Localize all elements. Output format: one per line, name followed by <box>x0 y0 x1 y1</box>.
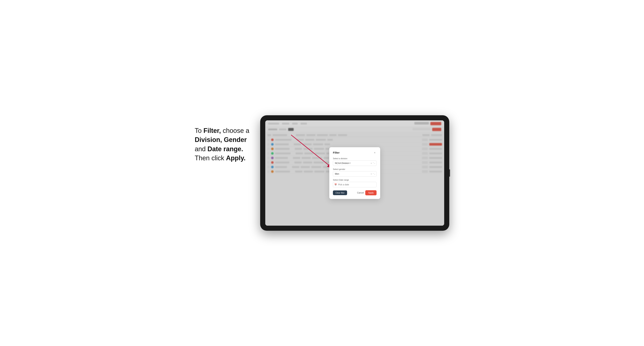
gender-form-group: Select gender Men × ⌃⌄ <box>333 168 376 177</box>
modal-footer-right: Cancel Apply <box>357 190 376 195</box>
gender-select[interactable]: Men <box>333 171 376 177</box>
modal-overlay: Filter × Select a division NCAA Division… <box>265 120 444 226</box>
modal-header: Filter × <box>333 151 376 155</box>
modal-title: Filter <box>333 151 340 154</box>
date-input-wrapper: 📅 <box>333 182 376 187</box>
division-form-group: Select a division NCAA Division I × ⌃⌄ <box>333 157 376 166</box>
modal-footer: Clear filter Cancel Apply <box>333 190 376 195</box>
division-label: Select a division <box>333 157 376 160</box>
division-gender-bold: Division, Gender <box>195 136 247 143</box>
filter-bold: Filter, <box>204 127 221 134</box>
tablet-device: Filter × Select a division NCAA Division… <box>260 115 449 231</box>
gender-clear-icon[interactable]: × <box>371 173 372 175</box>
division-select[interactable]: NCAA Division I <box>333 161 376 166</box>
calendar-icon: 📅 <box>334 183 337 186</box>
date-range-bold: Date range. <box>208 145 243 153</box>
division-select-controls: × ⌃⌄ <box>371 162 376 164</box>
apply-bold: Apply. <box>226 154 246 162</box>
close-button[interactable]: × <box>373 151 376 155</box>
clear-filter-button[interactable]: Clear filter <box>333 190 347 195</box>
filter-modal: Filter × Select a division NCAA Division… <box>329 147 380 199</box>
tablet-side-button <box>449 169 450 177</box>
gender-select-controls: × ⌃⌄ <box>371 173 376 175</box>
cancel-button[interactable]: Cancel <box>357 191 364 194</box>
gender-chevron-icon: ⌃⌄ <box>372 173 376 175</box>
instruction-text: To Filter, choose a Division, Gender and… <box>195 115 249 163</box>
apply-button[interactable]: Apply <box>365 190 376 195</box>
page-wrapper: To Filter, choose a Division, Gender and… <box>195 115 449 231</box>
gender-select-wrapper: Men × ⌃⌄ <box>333 171 376 177</box>
date-label: Select Date range <box>333 179 376 181</box>
date-form-group: Select Date range 📅 <box>333 179 376 187</box>
division-clear-icon[interactable]: × <box>371 162 372 164</box>
date-range-input[interactable] <box>333 182 376 187</box>
gender-label: Select gender <box>333 168 376 170</box>
instruction-line1: To Filter, choose a Division, Gender and… <box>195 127 249 162</box>
division-chevron-icon: ⌃⌄ <box>372 162 376 164</box>
division-select-wrapper: NCAA Division I × ⌃⌄ <box>333 161 376 166</box>
tablet-screen: Filter × Select a division NCAA Division… <box>265 120 444 226</box>
